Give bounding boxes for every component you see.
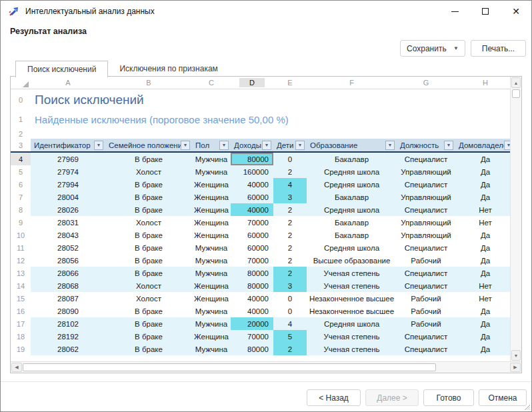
- table-cell[interactable]: Специалист: [397, 267, 455, 279]
- scroll-right-icon[interactable]: ▶: [510, 363, 521, 372]
- column-header-d[interactable]: D: [231, 77, 273, 89]
- table-header-cell[interactable]: Дети▼: [273, 139, 307, 151]
- table-cell[interactable]: Бакалавр: [307, 229, 397, 241]
- finish-button[interactable]: Готово: [423, 389, 474, 406]
- table-cell[interactable]: 0: [273, 292, 307, 305]
- table-cell[interactable]: 160000: [231, 165, 273, 178]
- table-cell[interactable]: Мужчина: [192, 343, 231, 355]
- row-number[interactable]: 15: [11, 292, 31, 305]
- back-button[interactable]: < Назад: [307, 389, 361, 406]
- table-cell[interactable]: Специалист: [397, 203, 455, 216]
- column-header-a[interactable]: A: [31, 77, 105, 89]
- column-header-h[interactable]: H: [455, 77, 510, 89]
- table-cell[interactable]: 28062: [31, 343, 105, 355]
- table-cell[interactable]: Да: [455, 343, 510, 355]
- table-cell[interactable]: В браке: [105, 343, 192, 355]
- table-cell[interactable]: Женщина: [192, 191, 231, 203]
- table-cell[interactable]: 2: [273, 241, 307, 254]
- table-header-cell[interactable]: Семейное положение▼: [105, 139, 192, 151]
- table-cell[interactable]: 60000: [231, 241, 273, 254]
- table-cell[interactable]: Мужчина: [192, 165, 231, 178]
- row-number[interactable]: 17: [11, 317, 31, 330]
- table-cell[interactable]: 28004: [31, 191, 105, 203]
- row-number[interactable]: 12: [11, 254, 31, 267]
- table-cell[interactable]: Женщина: [192, 203, 231, 216]
- table-cell[interactable]: 28052: [31, 241, 105, 254]
- filter-button[interactable]: ▼: [219, 141, 229, 150]
- table-header-cell[interactable]: Должность▼: [397, 139, 455, 151]
- save-dropdown-icon[interactable]: ▼: [453, 45, 459, 51]
- table-cell[interactable]: Да: [455, 254, 510, 267]
- table-cell[interactable]: 40000: [231, 203, 273, 216]
- column-header-e[interactable]: E: [273, 77, 307, 89]
- vertical-scrollbar-thumb[interactable]: [512, 89, 520, 98]
- column-header-b[interactable]: B: [105, 77, 192, 89]
- row-number[interactable]: 14: [11, 279, 31, 292]
- table-cell[interactable]: Управляющий: [397, 191, 455, 203]
- column-header-g[interactable]: G: [397, 77, 455, 89]
- table-cell[interactable]: 28056: [31, 254, 105, 267]
- table-cell[interactable]: Мужчина: [192, 317, 231, 330]
- table-cell[interactable]: 40000: [231, 178, 273, 191]
- scroll-left-icon[interactable]: ◀: [11, 363, 22, 372]
- table-cell[interactable]: В браке: [105, 254, 192, 267]
- table-cell[interactable]: Бакалавр: [307, 191, 397, 203]
- table-cell[interactable]: 0: [273, 305, 307, 317]
- table-cell[interactable]: Незаконченное высшее: [307, 292, 397, 305]
- select-all-corner[interactable]: [11, 77, 31, 89]
- row-number[interactable]: 0: [11, 89, 31, 110]
- table-cell[interactable]: Да: [455, 330, 510, 343]
- table-cell[interactable]: Средняя школа: [307, 165, 397, 178]
- table-cell[interactable]: 28192: [31, 330, 105, 343]
- row-number[interactable]: 9: [11, 216, 31, 229]
- row-number[interactable]: 2: [11, 129, 31, 139]
- table-cell[interactable]: 80000: [231, 267, 273, 279]
- table-cell[interactable]: 2: [273, 254, 307, 267]
- table-header-cell[interactable]: Пол▼: [192, 139, 231, 151]
- table-cell[interactable]: Ученая степень: [307, 267, 397, 279]
- table-cell[interactable]: Высшее образование: [307, 254, 397, 267]
- table-cell[interactable]: Женщина: [192, 279, 231, 292]
- table-cell[interactable]: Управляющий: [397, 229, 455, 241]
- table-cell[interactable]: Да: [455, 191, 510, 203]
- table-cell[interactable]: Специалист: [397, 178, 455, 191]
- table-cell[interactable]: В браке: [105, 267, 192, 279]
- table-cell[interactable]: 27994: [31, 178, 105, 191]
- table-cell[interactable]: 2: [273, 203, 307, 216]
- table-cell[interactable]: В браке: [105, 153, 192, 165]
- filter-button[interactable]: ▼: [444, 141, 453, 150]
- close-button[interactable]: ✕: [501, 1, 531, 22]
- table-cell[interactable]: Да: [455, 305, 510, 317]
- table-cell[interactable]: Средняя школа: [307, 241, 397, 254]
- table-cell[interactable]: Женщина: [192, 330, 231, 343]
- table-cell[interactable]: В браке: [105, 317, 192, 330]
- table-cell[interactable]: Рабочий: [397, 317, 455, 330]
- table-cell[interactable]: Нет: [455, 216, 510, 229]
- table-cell[interactable]: В браке: [105, 203, 192, 216]
- table-cell[interactable]: Специалист: [397, 241, 455, 254]
- table-cell[interactable]: 27969: [31, 153, 105, 165]
- minimize-button[interactable]: [439, 1, 470, 22]
- table-cell[interactable]: 2: [273, 267, 307, 279]
- table-cell[interactable]: Холост: [105, 292, 192, 305]
- table-cell[interactable]: Специалист: [397, 279, 455, 292]
- table-cell[interactable]: В браке: [105, 191, 192, 203]
- table-cell[interactable]: Да: [455, 317, 510, 330]
- table-cell[interactable]: Рабочий: [397, 254, 455, 267]
- maximize-button[interactable]: [470, 1, 501, 22]
- table-header-cell[interactable]: Образование▼: [307, 139, 397, 151]
- table-cell[interactable]: 70000: [231, 330, 273, 343]
- table-cell[interactable]: Нет: [455, 279, 510, 292]
- table-cell[interactable]: Женщина: [192, 216, 231, 229]
- print-button[interactable]: Печать...: [471, 40, 526, 57]
- table-cell[interactable]: 40000: [231, 292, 273, 305]
- filter-button[interactable]: ▼: [262, 141, 271, 150]
- table-cell[interactable]: Мужчина: [192, 241, 231, 254]
- table-cell[interactable]: Мужчина: [192, 305, 231, 317]
- table-cell[interactable]: 2: [273, 343, 307, 355]
- table-cell[interactable]: 2: [273, 165, 307, 178]
- next-button[interactable]: Далее >: [365, 389, 419, 406]
- scroll-up-icon[interactable]: ▲: [511, 77, 521, 88]
- table-cell[interactable]: Холост: [105, 216, 192, 229]
- row-number[interactable]: 19: [11, 343, 31, 355]
